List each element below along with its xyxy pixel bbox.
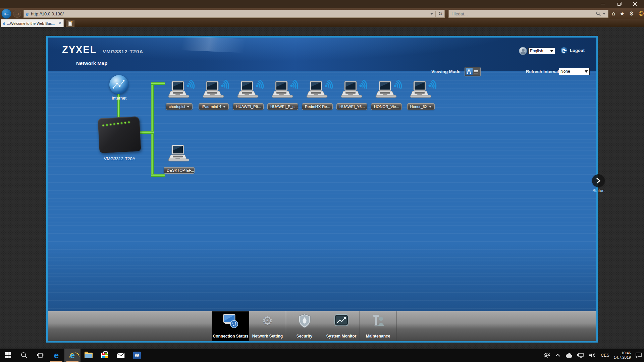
minimize-button[interactable] [595,0,610,8]
windows-logo-icon [5,352,11,358]
search-icon[interactable] [596,11,601,16]
word-icon: W [133,352,141,359]
refresh-icon[interactable]: ↻ [438,11,442,17]
device-label[interactable]: Honor_6X [407,103,435,110]
favorites-icon[interactable]: ★ [620,10,625,17]
new-tab-icon [68,21,72,26]
search-box[interactable]: Hledat... [448,10,608,18]
router-device[interactable] [98,116,141,153]
device-label[interactable]: HUAWEI_P9... [233,103,264,110]
search-placeholder: Hledat... [451,11,468,16]
edge-icon: e [54,351,59,360]
taskbar-store-button[interactable] [97,349,113,362]
taskbar-word-button[interactable]: W [129,349,145,362]
gear-icon: ⚙ [262,314,273,328]
taskbar-mail-button[interactable] [113,349,129,362]
refresh-interval-select[interactable]: None [559,68,590,75]
tab-close-icon[interactable]: ✕ [58,21,61,25]
wireless-device[interactable]: HUAWEI_Y6... [336,81,368,110]
logout-button[interactable]: Logout [560,47,585,54]
wifi-signal-icon [255,80,265,92]
nav-connection-status[interactable]: Connection Status [212,311,249,341]
chevron-right-icon[interactable] [592,174,605,187]
clock-time: 10:46 [614,351,631,355]
wireless-device[interactable]: chodopici [163,81,195,110]
people-icon[interactable] [543,352,551,358]
taskbar-explorer-button[interactable] [80,349,97,362]
mail-envelope-icon [117,353,125,358]
microsoft-store-icon [101,353,108,358]
device-label[interactable]: HONOR_Vie... [371,103,402,110]
close-button[interactable] [627,0,643,8]
close-icon [633,2,637,6]
map-view-icon[interactable] [466,68,473,75]
device-dropdown-icon [223,106,226,108]
feedback-smiley-icon[interactable]: ☺ [638,10,644,17]
device-label[interactable]: Redmi4X-Re... [302,103,333,110]
device-label[interactable]: chodopici [166,103,193,110]
address-dropdown-icon[interactable] [430,13,433,15]
task-view-button[interactable] [32,349,48,362]
forward-button[interactable]: → [13,10,21,18]
wireless-device[interactable]: HONOR_Vie... [371,81,402,110]
wifi-signal-icon [186,80,196,92]
minimize-icon [601,4,605,4]
link-arm-top [151,82,165,85]
start-button[interactable] [0,349,16,362]
device-label[interactable]: HUAWEI_Y6... [336,103,367,110]
select-caret-icon [550,50,553,52]
logout-icon [560,47,568,54]
language-select[interactable]: English [528,48,555,54]
tools-gear-icon[interactable]: ⚙ [629,10,634,17]
nav-maintenance[interactable]: Maintenance [360,311,396,341]
restore-button[interactable] [611,0,627,8]
volume-icon[interactable] [589,352,596,358]
clock-date: 14.7.2019 [614,355,631,360]
taskbar-ie-button[interactable]: e [64,349,80,362]
nav-network-setting[interactable]: ⚙ Network Setting [249,311,286,341]
back-button[interactable]: ← [1,9,11,19]
address-bar[interactable]: e http://10.0.0.138/ ↻ [23,10,445,18]
device-label[interactable]: iPad-mini-4 [199,103,228,110]
internet-label: Internet [99,96,140,101]
chart-monitor-icon [334,314,349,327]
new-tab-button[interactable] [66,20,74,27]
bottom-navigation: Connection Status ⚙ Network Setting Secu… [48,311,596,341]
wireless-device[interactable]: HUAWEI_P_s... [267,81,299,110]
wireless-device[interactable]: HUAWEI_P9... [232,81,264,110]
ie-page-icon: e [26,11,29,17]
wireless-device[interactable]: Honor_6X [405,81,437,110]
nav-security[interactable]: Security [286,311,323,341]
link-arm-bottom [151,174,165,177]
taskbar-edge-button[interactable]: e [48,349,64,362]
refresh-interval-label: Refresh Interval [526,69,559,74]
taskbar-search-button[interactable] [16,349,32,362]
status-flyout-button[interactable]: Status [582,174,615,193]
wireless-device[interactable]: Redmi4X-Re... [302,81,333,110]
wifi-signal-icon [359,80,369,92]
keyboard-language-indicator[interactable]: CES [601,353,609,358]
panel-header [48,38,596,71]
action-center-icon[interactable] [635,352,642,358]
home-icon[interactable]: ⌂ [612,10,615,17]
wifi-signal-icon [324,80,334,92]
onedrive-cloud-icon[interactable] [565,353,573,358]
link-arm-router [138,131,154,134]
list-view-icon[interactable] [473,68,480,75]
device-label[interactable]: HUAWEI_P_s... [267,103,298,110]
connection-status-icon [223,314,238,328]
tray-overflow-chevron-icon[interactable] [555,354,560,357]
wireless-device[interactable]: iPad-mini-4 [198,81,229,110]
device-dropdown-icon [429,106,432,108]
wired-device[interactable]: DESKTOP-EF... [163,145,195,174]
search-dropdown-icon[interactable] [603,13,605,15]
taskbar-clock[interactable]: 10:46 14.7.2019 [614,351,631,360]
status-label: Status [582,188,615,193]
network-status-icon[interactable] [577,352,585,358]
wifi-signal-icon [393,80,403,92]
viewing-mode-toggle[interactable] [465,67,481,76]
internet-globe-icon[interactable] [109,75,128,94]
device-label[interactable]: DESKTOP-EF... [164,167,195,174]
browser-tab[interactable]: e .::Welcome to the Web-Bas... ✕ [1,19,64,27]
nav-system-monitor[interactable]: System Monitor [323,311,360,341]
